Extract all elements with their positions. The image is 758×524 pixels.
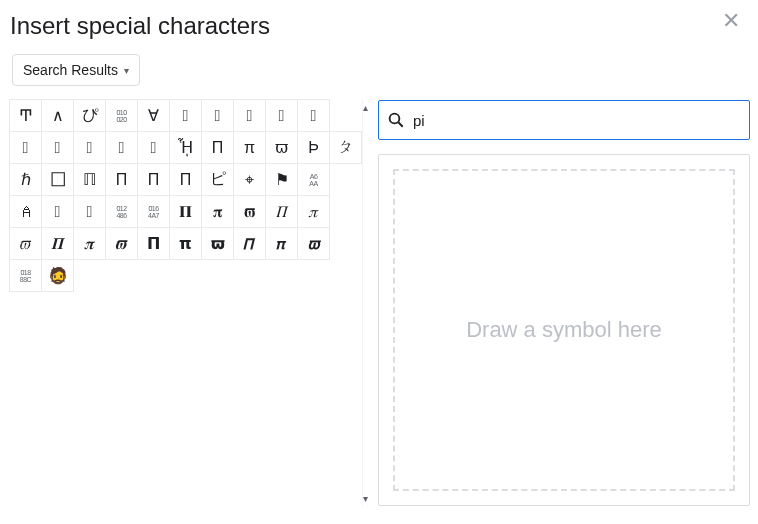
draw-area[interactable]: Draw a symbol here: [378, 154, 750, 506]
character-cell[interactable]: 🧔: [41, 259, 74, 292]
character-cell[interactable]: 𒀄: [297, 99, 330, 132]
character-cell[interactable]: 𒀈: [105, 131, 138, 164]
character-cell[interactable]: 𝝅: [73, 227, 106, 260]
character-cell[interactable]: 𝜋: [297, 195, 330, 228]
character-cell[interactable]: ⚑: [265, 163, 298, 196]
character-cell[interactable]: 𝞏: [201, 227, 234, 260]
svg-line-1: [398, 122, 403, 127]
character-cell[interactable]: 𝜫: [41, 227, 74, 260]
caret-icon: ▾: [124, 65, 129, 76]
character-cell[interactable]: 𝝿: [169, 227, 202, 260]
character-cell[interactable]: 𝚷: [169, 195, 202, 228]
character-cell[interactable]: Π: [137, 163, 170, 196]
right-pane: Draw a symbol here: [358, 100, 750, 506]
character-cell[interactable]: 𒀅: [9, 131, 42, 164]
character-cell[interactable]: 𒀉: [137, 131, 170, 164]
character-cell[interactable]: 𒀋: [73, 195, 106, 228]
character-cell[interactable]: ピ: [201, 163, 234, 196]
character-cell[interactable]: 𐀀: [41, 163, 74, 196]
character-cell[interactable]: 𝝥: [137, 227, 170, 260]
character-cell[interactable]: 𝝕: [105, 227, 138, 260]
character-cell[interactable]: 010020: [105, 99, 138, 132]
character-cell[interactable]: 01888C: [9, 259, 42, 292]
character-cell[interactable]: 𒀁: [201, 99, 234, 132]
search-box[interactable]: [378, 100, 750, 140]
character-cell[interactable]: 𒀀: [169, 99, 202, 132]
character-cell[interactable]: ϖ: [265, 131, 298, 164]
character-cell[interactable]: 𒀊: [41, 195, 74, 228]
character-cell[interactable]: ᾟ: [169, 131, 202, 164]
character-cell[interactable]: 𝟉: [297, 227, 330, 260]
character-cell[interactable]: ℿ: [73, 163, 106, 196]
character-cell[interactable]: 0164A7: [137, 195, 170, 228]
search-input[interactable]: [411, 111, 741, 130]
character-cell[interactable]: 𝛑: [201, 195, 234, 228]
character-cell[interactable]: 𝞹: [265, 227, 298, 260]
character-cell[interactable]: 𒀂: [233, 99, 266, 132]
character-cell[interactable]: ∀: [137, 99, 170, 132]
character-cell[interactable]: 𝛱: [265, 195, 298, 228]
draw-placeholder: Draw a symbol here: [466, 317, 662, 343]
character-cell[interactable]: Ͳ: [9, 99, 42, 132]
draw-canvas[interactable]: Draw a symbol here: [393, 169, 735, 491]
category-row: Search Results ▾: [0, 48, 758, 100]
character-cell[interactable]: ℏ: [9, 163, 42, 196]
character-grid: Ͳ∧ぴ010020∀𒀀𒀁𒀂𒀃𒀄𒀅𒀆𒀇𒀈𒀉ᾟПπϖÞㄆℏ𐀀ℿΠΠΠピ⌖⚑A6AA𐀁…: [10, 100, 362, 506]
category-dropdown[interactable]: Search Results ▾: [12, 54, 140, 86]
character-cell[interactable]: π: [233, 131, 266, 164]
character-cell[interactable]: ぴ: [73, 99, 106, 132]
search-icon: [387, 111, 405, 129]
character-cell[interactable]: 𝞟: [233, 227, 266, 260]
character-cell[interactable]: 𐀁: [9, 195, 42, 228]
svg-point-0: [390, 114, 400, 124]
character-cell[interactable]: Þ: [297, 131, 330, 164]
character-pane: Ͳ∧ぴ010020∀𒀀𒀁𒀂𒀃𒀄𒀅𒀆𒀇𒀈𒀉ᾟПπϖÞㄆℏ𐀀ℿΠΠΠピ⌖⚑A6AA𐀁…: [10, 100, 358, 506]
character-cell[interactable]: ∧: [41, 99, 74, 132]
character-cell[interactable]: 𒀇: [73, 131, 106, 164]
character-cell[interactable]: 𝛡: [233, 195, 266, 228]
character-cell[interactable]: Π: [169, 163, 202, 196]
close-icon[interactable]: ✕: [722, 8, 740, 34]
character-cell[interactable]: 𒀆: [41, 131, 74, 164]
character-cell[interactable]: 𝜛: [9, 227, 42, 260]
character-cell[interactable]: П: [201, 131, 234, 164]
character-cell[interactable]: ⌖: [233, 163, 266, 196]
character-cell[interactable]: 012486: [105, 195, 138, 228]
category-label: Search Results: [23, 62, 118, 78]
dialog-title: Insert special characters: [0, 0, 758, 48]
character-cell[interactable]: 𒀃: [265, 99, 298, 132]
character-cell[interactable]: A6AA: [297, 163, 330, 196]
character-cell[interactable]: Π: [105, 163, 138, 196]
content: Ͳ∧ぴ010020∀𒀀𒀁𒀂𒀃𒀄𒀅𒀆𒀇𒀈𒀉ᾟПπϖÞㄆℏ𐀀ℿΠΠΠピ⌖⚑A6AA𐀁…: [0, 100, 758, 506]
scrollbar[interactable]: ▴ ▾: [362, 100, 363, 506]
